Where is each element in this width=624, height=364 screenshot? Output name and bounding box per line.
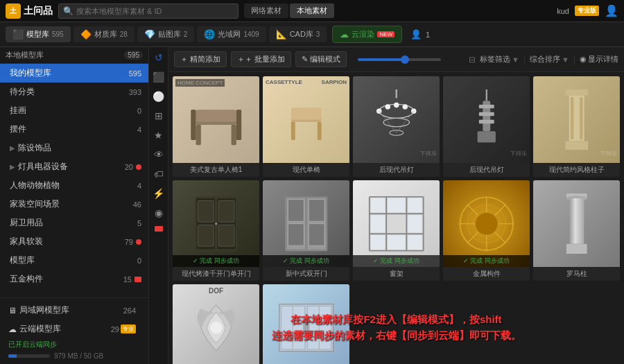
cad-tab-count: 3 <box>316 31 320 38</box>
user-count: 1 <box>426 31 430 39</box>
icon-eye[interactable]: 👁 <box>151 147 166 162</box>
svg-rect-23 <box>479 105 494 108</box>
sidebar-section-header: 本地模型库 595 <box>0 47 148 64</box>
sidebar-item-my-models[interactable]: 我的模型库 595 <box>0 64 148 83</box>
sidebar-item-model-library[interactable]: 模型库 0 <box>0 251 148 270</box>
thumb-column: 下得乐 <box>533 76 620 163</box>
brand1-label: CASSETTYLE <box>266 79 302 85</box>
svg-rect-78 <box>307 306 331 349</box>
sidebar-item-label: 厨卫用品 <box>10 217 137 229</box>
icon-plug[interactable]: ⚡ <box>151 186 166 201</box>
sidebar-item-paintings[interactable]: 挂画 0 <box>0 101 148 120</box>
sidebar-item-ornaments[interactable]: 摆件 4 <box>0 120 148 139</box>
svg-point-62 <box>475 212 498 235</box>
sidebar-item-count: 0 <box>137 107 141 115</box>
svg-point-39 <box>215 223 218 225</box>
sidebar-item-figures[interactable]: 人物动物植物 4 <box>0 176 148 195</box>
btn-simple-add[interactable]: ＋ 精简添加 <box>174 51 227 67</box>
thumb-chandelier: 下得乐 <box>353 76 440 163</box>
btn-batch-add-label: 批量添加 <box>254 54 285 64</box>
tab-network-material[interactable]: 网络素材 <box>244 3 288 18</box>
tab-local-material[interactable]: 本地素材 <box>290 3 334 18</box>
grid-item-door2[interactable]: ✓ 完成 同步成功 新中式双开门 <box>263 180 349 281</box>
item-label: 后现代吊灯 <box>443 163 530 177</box>
svg-rect-54 <box>408 198 422 212</box>
sidebar-item-furniture[interactable]: 家具软装 79 <box>0 232 148 251</box>
pillar-svg <box>546 193 607 254</box>
icon-tag[interactable]: 🏷 <box>151 166 166 182</box>
toolbar: ＋ 精简添加 ＋＋ 批量添加 ✎ 编辑模式 ⊟ 标签筛选 ▼ <box>168 47 624 72</box>
icon-cube[interactable]: ⬛ <box>151 69 166 85</box>
tab-model-library[interactable]: ⬛ 模型库 595 <box>6 26 71 42</box>
red-dot-indicator <box>136 239 141 245</box>
svg-rect-8 <box>291 121 295 139</box>
icon-eye2[interactable]: ◉ <box>151 205 166 220</box>
sidebar-item-lan[interactable]: 🖥 局域网模型库 264 <box>6 301 143 320</box>
grid-item-glass[interactable]: 玻璃推拉门 <box>263 284 349 364</box>
search-bar[interactable]: 🔍 <box>58 3 239 19</box>
tab-cloud-render[interactable]: ☁ 云渲染 NEW <box>332 26 402 43</box>
svg-point-13 <box>385 104 390 110</box>
tab-material-library[interactable]: 🔶 材质库 28 <box>73 26 135 42</box>
svg-rect-29 <box>571 97 573 139</box>
icon-sphere[interactable]: ⚪ <box>151 89 166 104</box>
grid-item-door1[interactable]: ✓ 完成 同步成功 现代烤漆千开门单开门 <box>173 180 259 281</box>
chair1-svg <box>186 89 247 150</box>
grid-item-metal[interactable]: ✓ 完成 同步成功 <box>443 180 530 281</box>
lan-count: 264 <box>123 306 136 315</box>
grid-item-window[interactable]: ✓ 完成 同步成功 <box>353 180 440 281</box>
search-input[interactable] <box>76 7 234 15</box>
sidebar-item-count: 4 <box>137 182 141 190</box>
thumb-window: ✓ 完成 同步成功 <box>353 180 440 267</box>
btn-edit-mode[interactable]: ✎ 编辑模式 <box>295 51 347 67</box>
svg-rect-1 <box>196 110 236 122</box>
grid-item-chair2[interactable]: CASSETTYLE SARPION 现代单椅 <box>263 76 349 177</box>
grid-item-chair1[interactable]: HOME CONCEPT 美式复古单人椅1 <box>173 76 259 177</box>
svg-rect-9 <box>318 121 322 139</box>
sidebar-item-lighting[interactable]: ▶ 灯具电器设备 20 <box>0 157 148 176</box>
watermark: 下得乐 <box>510 150 527 157</box>
sidebar-item-decorations[interactable]: ▶ 陈设饰品 <box>0 139 148 157</box>
tab-cad-library[interactable]: 📐 CAD库 3 <box>269 26 327 42</box>
svg-rect-3 <box>231 125 236 145</box>
dof-label: DOF <box>209 287 223 295</box>
ornament-svg <box>186 297 247 358</box>
svg-rect-2 <box>196 125 200 145</box>
chandelier-svg <box>366 89 427 150</box>
sidebar-item-scenes[interactable]: 家装空间场景 46 <box>0 195 148 214</box>
svg-line-19 <box>379 111 397 132</box>
svg-line-68 <box>495 232 505 243</box>
concept-label: HOME CONCEPT <box>175 79 225 87</box>
red-rect-indicator <box>135 277 141 282</box>
btn-sort[interactable]: 综合排序 ▼ <box>530 54 569 64</box>
tab-light-library[interactable]: 🌐 光域网 1409 <box>197 26 266 42</box>
svg-rect-53 <box>388 198 405 212</box>
sidebar-item-uncategorized[interactable]: 待分类 393 <box>0 83 148 101</box>
sidebar: 本地模型库 595 我的模型库 595 待分类 393 挂画 0 摆件 4 ▶ … <box>0 47 149 364</box>
grid-item-ornament[interactable]: DOF 石膏线装饰 <box>173 284 259 364</box>
cloud-tab-badge: NEW <box>377 31 395 37</box>
btn-tag-filter[interactable]: 标签筛选 ▼ <box>480 54 519 64</box>
sidebar-item-hardware[interactable]: 五金构件 15 <box>0 270 148 288</box>
icon-star[interactable]: ★ <box>151 128 166 143</box>
grid-item-pillar[interactable]: 罗马柱 <box>533 180 620 281</box>
thumb-door1: ✓ 完成 同步成功 <box>173 180 259 267</box>
btn-batch-add[interactable]: ＋＋ 批量添加 <box>231 51 291 67</box>
sidebar-item-label: 家装空间场景 <box>10 198 133 210</box>
icon-grid[interactable]: ⊞ <box>151 108 166 123</box>
grid-item-chandelier1[interactable]: 下得乐 <box>353 76 440 177</box>
sidebar-item-count: 20 <box>125 163 133 171</box>
display-label: 显示详情 <box>588 54 618 64</box>
sidebar-item-kitchen[interactable]: 厨卫用品 5 <box>0 214 148 232</box>
texture-tab-icon: 💎 <box>144 29 155 40</box>
icon-refresh[interactable]: ↺ <box>151 50 166 65</box>
tab-texture-library[interactable]: 💎 贴图库 2 <box>137 26 195 42</box>
grid-item-column[interactable]: 下得乐 现代简约风格柱子 <box>533 76 620 177</box>
btn-display[interactable]: ◉ 显示详情 <box>580 54 618 64</box>
size-slider[interactable] <box>358 58 441 61</box>
storage-fill <box>8 354 17 358</box>
grid-item-chandelier2[interactable]: 下得乐 后现代吊灯 <box>443 76 530 177</box>
thumb-chair2: CASSETTYLE SARPION <box>263 76 349 163</box>
app-logo: 土 土问品 <box>6 3 53 19</box>
sidebar-item-cloud[interactable]: ☁ 云端模型库 29 专业 <box>6 320 143 338</box>
